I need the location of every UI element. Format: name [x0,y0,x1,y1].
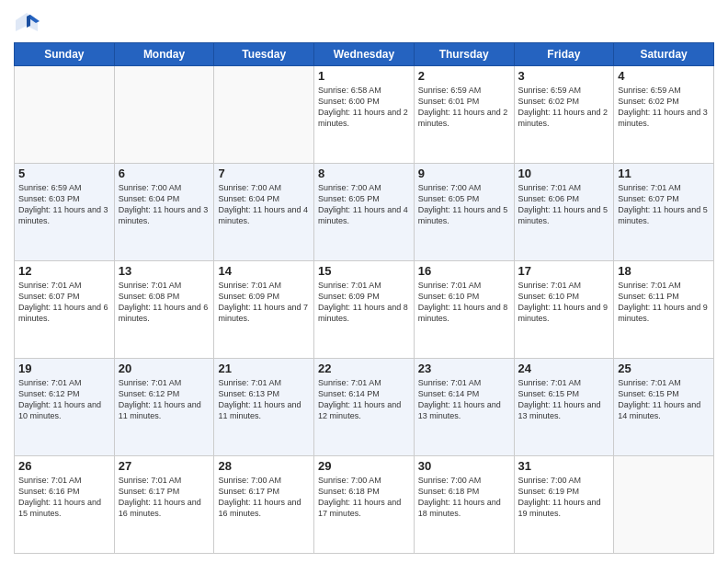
calendar-week-row: 5Sunrise: 6:59 AM Sunset: 6:03 PM Daylig… [15,164,714,261]
calendar-cell [15,66,115,164]
cell-day-info: Sunrise: 6:59 AM Sunset: 6:02 PM Dayligh… [618,85,710,130]
calendar-day-header: Friday [514,43,614,66]
cell-day-info: Sunrise: 7:00 AM Sunset: 6:18 PM Dayligh… [318,475,410,520]
calendar-cell: 14Sunrise: 7:01 AM Sunset: 6:09 PM Dayli… [214,261,314,359]
cell-day-info: Sunrise: 7:01 AM Sunset: 6:13 PM Dayligh… [218,377,310,422]
calendar-cell: 19Sunrise: 7:01 AM Sunset: 6:12 PM Dayli… [15,359,115,456]
calendar-cell: 6Sunrise: 7:00 AM Sunset: 6:04 PM Daylig… [114,164,214,261]
cell-day-number: 22 [318,362,410,375]
calendar-cell: 22Sunrise: 7:01 AM Sunset: 6:14 PM Dayli… [314,359,415,456]
calendar-cell: 3Sunrise: 6:59 AM Sunset: 6:02 PM Daylig… [514,66,614,164]
calendar-cell: 31Sunrise: 7:00 AM Sunset: 6:19 PM Dayli… [514,456,614,554]
cell-day-info: Sunrise: 7:01 AM Sunset: 6:14 PM Dayligh… [418,377,510,422]
cell-day-number: 13 [119,264,210,278]
calendar-cell: 13Sunrise: 7:01 AM Sunset: 6:08 PM Dayli… [114,261,214,359]
cell-day-number: 10 [518,167,610,180]
calendar-cell [114,66,214,164]
cell-day-number: 7 [218,167,310,180]
calendar-cell: 4Sunrise: 6:59 AM Sunset: 6:02 PM Daylig… [614,66,714,164]
cell-day-info: Sunrise: 7:01 AM Sunset: 6:12 PM Dayligh… [18,377,110,422]
calendar-cell: 15Sunrise: 7:01 AM Sunset: 6:09 PM Dayli… [314,261,415,359]
calendar-cell: 17Sunrise: 7:01 AM Sunset: 6:10 PM Dayli… [514,261,614,359]
cell-day-number: 11 [618,167,710,180]
cell-day-number: 4 [618,69,710,83]
calendar-cell: 24Sunrise: 7:01 AM Sunset: 6:15 PM Dayli… [514,359,614,456]
cell-day-info: Sunrise: 7:00 AM Sunset: 6:19 PM Dayligh… [518,475,610,520]
cell-day-number: 6 [119,167,210,180]
header [14,9,714,35]
cell-day-number: 8 [318,167,410,180]
calendar-day-header: Wednesday [314,43,415,66]
cell-day-info: Sunrise: 7:00 AM Sunset: 6:04 PM Dayligh… [119,182,210,227]
logo [14,9,43,35]
calendar-cell: 2Sunrise: 6:59 AM Sunset: 6:01 PM Daylig… [414,66,514,164]
calendar-day-header: Thursday [414,43,514,66]
cell-day-number: 17 [518,264,610,278]
cell-day-number: 9 [418,167,510,180]
page: SundayMondayTuesdayWednesdayThursdayFrid… [0,0,728,563]
cell-day-number: 19 [18,362,110,375]
cell-day-number: 12 [18,264,110,278]
cell-day-info: Sunrise: 7:01 AM Sunset: 6:11 PM Dayligh… [618,280,710,325]
cell-day-number: 28 [218,459,310,473]
cell-day-number: 18 [618,264,710,278]
cell-day-info: Sunrise: 7:01 AM Sunset: 6:17 PM Dayligh… [119,475,210,520]
calendar-cell: 8Sunrise: 7:00 AM Sunset: 6:05 PM Daylig… [314,164,415,261]
calendar-header-row: SundayMondayTuesdayWednesdayThursdayFrid… [15,43,714,66]
calendar-cell: 26Sunrise: 7:01 AM Sunset: 6:16 PM Dayli… [15,456,115,554]
calendar-cell: 16Sunrise: 7:01 AM Sunset: 6:10 PM Dayli… [414,261,514,359]
cell-day-number: 31 [518,459,610,473]
calendar-cell: 29Sunrise: 7:00 AM Sunset: 6:18 PM Dayli… [314,456,415,554]
cell-day-info: Sunrise: 6:59 AM Sunset: 6:01 PM Dayligh… [418,85,510,130]
cell-day-info: Sunrise: 6:59 AM Sunset: 6:02 PM Dayligh… [518,85,610,130]
cell-day-number: 25 [618,362,710,375]
cell-day-number: 3 [518,69,610,83]
calendar-cell: 11Sunrise: 7:01 AM Sunset: 6:07 PM Dayli… [614,164,714,261]
cell-day-number: 21 [218,362,310,375]
cell-day-info: Sunrise: 7:00 AM Sunset: 6:17 PM Dayligh… [218,475,310,520]
cell-day-info: Sunrise: 7:00 AM Sunset: 6:05 PM Dayligh… [318,182,410,227]
cell-day-info: Sunrise: 7:01 AM Sunset: 6:16 PM Dayligh… [18,475,110,520]
cell-day-number: 23 [418,362,510,375]
cell-day-number: 5 [18,167,110,180]
logo-icon [14,9,40,35]
cell-day-info: Sunrise: 7:01 AM Sunset: 6:15 PM Dayligh… [618,377,710,422]
calendar-table: SundayMondayTuesdayWednesdayThursdayFrid… [14,42,714,554]
cell-day-info: Sunrise: 7:01 AM Sunset: 6:12 PM Dayligh… [119,377,210,422]
cell-day-number: 24 [518,362,610,375]
cell-day-number: 29 [318,459,410,473]
calendar-day-header: Tuesday [214,43,314,66]
cell-day-info: Sunrise: 7:01 AM Sunset: 6:10 PM Dayligh… [418,280,510,325]
cell-day-number: 15 [318,264,410,278]
calendar-cell: 9Sunrise: 7:00 AM Sunset: 6:05 PM Daylig… [414,164,514,261]
calendar-day-header: Saturday [614,43,714,66]
calendar-week-row: 12Sunrise: 7:01 AM Sunset: 6:07 PM Dayli… [15,261,714,359]
cell-day-number: 20 [119,362,210,375]
cell-day-info: Sunrise: 6:59 AM Sunset: 6:03 PM Dayligh… [18,182,110,227]
cell-day-info: Sunrise: 7:00 AM Sunset: 6:18 PM Dayligh… [418,475,510,520]
cell-day-info: Sunrise: 7:01 AM Sunset: 6:09 PM Dayligh… [218,280,310,325]
calendar-cell: 30Sunrise: 7:00 AM Sunset: 6:18 PM Dayli… [414,456,514,554]
calendar-cell: 18Sunrise: 7:01 AM Sunset: 6:11 PM Dayli… [614,261,714,359]
calendar-cell [214,66,314,164]
cell-day-info: Sunrise: 7:01 AM Sunset: 6:08 PM Dayligh… [119,280,210,325]
cell-day-number: 14 [218,264,310,278]
cell-day-info: Sunrise: 7:01 AM Sunset: 6:07 PM Dayligh… [18,280,110,325]
cell-day-info: Sunrise: 7:01 AM Sunset: 6:10 PM Dayligh… [518,280,610,325]
svg-marker-3 [27,15,30,28]
calendar-cell: 10Sunrise: 7:01 AM Sunset: 6:06 PM Dayli… [514,164,614,261]
calendar-week-row: 26Sunrise: 7:01 AM Sunset: 6:16 PM Dayli… [15,456,714,554]
calendar-week-row: 1Sunrise: 6:58 AM Sunset: 6:00 PM Daylig… [15,66,714,164]
cell-day-info: Sunrise: 7:00 AM Sunset: 6:04 PM Dayligh… [218,182,310,227]
calendar-cell: 20Sunrise: 7:01 AM Sunset: 6:12 PM Dayli… [114,359,214,456]
calendar-cell: 5Sunrise: 6:59 AM Sunset: 6:03 PM Daylig… [15,164,115,261]
calendar-day-header: Sunday [15,43,115,66]
calendar-cell: 28Sunrise: 7:00 AM Sunset: 6:17 PM Dayli… [214,456,314,554]
calendar-cell: 12Sunrise: 7:01 AM Sunset: 6:07 PM Dayli… [15,261,115,359]
cell-day-info: Sunrise: 6:58 AM Sunset: 6:00 PM Dayligh… [318,85,410,130]
calendar-cell: 7Sunrise: 7:00 AM Sunset: 6:04 PM Daylig… [214,164,314,261]
cell-day-info: Sunrise: 7:00 AM Sunset: 6:05 PM Dayligh… [418,182,510,227]
calendar-week-row: 19Sunrise: 7:01 AM Sunset: 6:12 PM Dayli… [15,359,714,456]
cell-day-number: 30 [418,459,510,473]
calendar-cell [614,456,714,554]
